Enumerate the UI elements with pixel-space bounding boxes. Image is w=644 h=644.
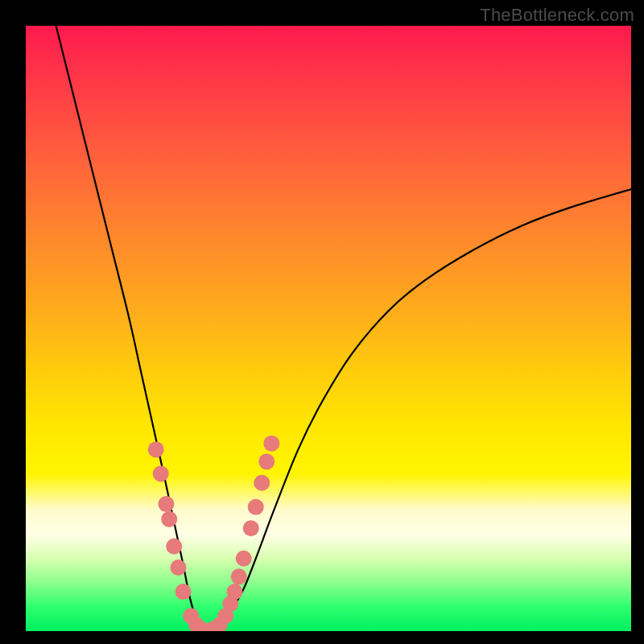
- highlight-dot: [161, 511, 177, 527]
- highlight-dot: [226, 584, 242, 600]
- highlight-dot: [263, 436, 279, 452]
- highlight-dot: [231, 568, 247, 584]
- plot-area: [26, 26, 631, 631]
- highlight-dot: [175, 584, 192, 600]
- highlight-dots: [148, 436, 280, 631]
- highlight-dot: [171, 559, 187, 576]
- highlight-dot: [236, 551, 252, 567]
- highlight-dot: [158, 496, 174, 512]
- highlight-dot: [166, 539, 182, 555]
- highlight-dot: [243, 520, 259, 536]
- highlight-dot: [148, 441, 164, 457]
- chart-frame: TheBottleneck.com: [0, 0, 644, 644]
- watermark-text: TheBottleneck.com: [480, 5, 634, 26]
- curve-layer: [26, 26, 631, 631]
- highlight-dot: [258, 453, 275, 469]
- bottleneck-curve: [56, 26, 631, 631]
- highlight-dot: [248, 499, 264, 515]
- highlight-dot: [153, 465, 169, 481]
- highlight-dot: [254, 475, 270, 491]
